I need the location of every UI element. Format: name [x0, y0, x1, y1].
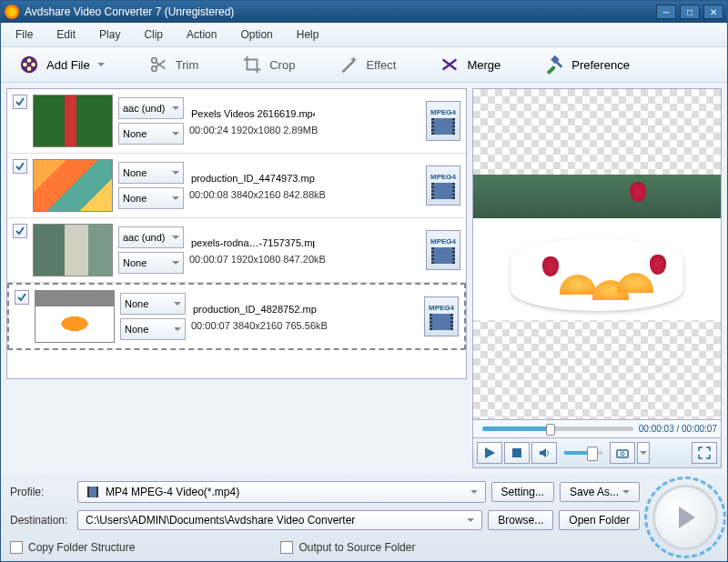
merge-arrows-icon: [440, 55, 460, 75]
timeline: 00:00:03 / 00:00:07: [472, 420, 722, 438]
file-info: 00:00:08 3840x2160 842.88kB: [189, 171, 420, 200]
file-thumbnail: [33, 95, 113, 147]
menu-file[interactable]: File: [12, 26, 36, 43]
subtitle-dropdown[interactable]: None: [118, 123, 184, 145]
time-total: 00:00:07: [682, 424, 717, 434]
file-item[interactable]: None None 00:00:07 3840x2160 765.56kB MP…: [7, 283, 466, 350]
stop-button[interactable]: [504, 442, 530, 464]
file-controls: None None: [120, 293, 186, 340]
file-checkbox[interactable]: [15, 290, 29, 305]
preference-button[interactable]: Preference: [544, 55, 630, 75]
titlebar: Avdshare Video Converter 7 (Unregistered…: [1, 1, 727, 23]
preview-area[interactable]: [472, 88, 722, 420]
menu-option[interactable]: Option: [237, 26, 276, 43]
player-controls: [472, 438, 722, 468]
bottom-panel: Profile: MP4 MPEG-4 Video(*.mp4) Setting…: [1, 474, 727, 561]
window-title: Avdshare Video Converter 7 (Unregistered…: [25, 5, 656, 18]
save-as-button[interactable]: Save As...: [560, 482, 640, 502]
audio-track-dropdown[interactable]: None: [118, 162, 184, 184]
subtitle-dropdown[interactable]: None: [118, 187, 184, 209]
fullscreen-button[interactable]: [692, 442, 717, 464]
copy-folder-checkbox[interactable]: Copy Folder Structure: [10, 541, 135, 554]
checkbox-row: Copy Folder Structure Output to Source F…: [10, 537, 640, 554]
chevron-down-icon: [174, 302, 181, 306]
file-name-input[interactable]: [189, 236, 317, 250]
volume-slider[interactable]: [564, 451, 602, 455]
file-name-input[interactable]: [189, 106, 317, 121]
file-list[interactable]: aac (und) None 00:00:24 1920x1080 2.89MB…: [6, 88, 467, 379]
film-icon: [86, 485, 100, 499]
app-window: Avdshare Video Converter 7 (Unregistered…: [0, 0, 728, 562]
browse-button[interactable]: Browse...: [488, 510, 553, 530]
snapshot-dropdown[interactable]: [637, 442, 650, 464]
add-file-label: Add File: [46, 58, 90, 72]
scissors-icon: [148, 55, 168, 75]
destination-row: Destination: C:\Users\ADMIN\Documents\Av…: [10, 510, 640, 530]
menu-edit[interactable]: Edit: [53, 26, 79, 43]
menu-action[interactable]: Action: [183, 26, 220, 43]
svg-point-2: [31, 63, 35, 67]
file-name-input[interactable]: [191, 302, 318, 316]
convert-button[interactable]: [652, 485, 718, 550]
file-item[interactable]: aac (und) None 00:00:07 1920x1080 847.20…: [7, 218, 466, 283]
file-checkbox[interactable]: [13, 95, 27, 109]
destination-field[interactable]: C:\Users\ADMIN\Documents\Avdshare Video …: [77, 510, 482, 530]
seek-bar[interactable]: [482, 427, 633, 431]
file-checkbox[interactable]: [13, 159, 27, 174]
destination-label: Destination:: [10, 514, 72, 527]
open-folder-button[interactable]: Open Folder: [559, 510, 640, 530]
file-name-input[interactable]: [189, 171, 317, 186]
file-controls: None None: [118, 162, 184, 209]
setting-button[interactable]: Setting...: [491, 482, 554, 502]
file-meta: 00:00:07 3840x2160 765.56kB: [191, 320, 419, 331]
snapshot-button[interactable]: [610, 442, 635, 464]
trim-button[interactable]: Trim: [148, 55, 199, 75]
file-info: 00:00:24 1920x1080 2.89MB: [189, 106, 420, 135]
svg-rect-7: [512, 448, 521, 457]
effect-button[interactable]: Effect: [339, 55, 396, 75]
svg-rect-12: [96, 487, 98, 497]
profile-dropdown[interactable]: MP4 MPEG-4 Video(*.mp4): [77, 481, 486, 503]
chevron-down-icon: [467, 518, 474, 522]
subtitle-dropdown[interactable]: None: [120, 318, 186, 340]
file-item[interactable]: aac (und) None 00:00:24 1920x1080 2.89MB…: [7, 89, 466, 154]
play-button[interactable]: [477, 442, 502, 464]
menu-clip[interactable]: Clip: [140, 26, 167, 43]
file-info: 00:00:07 1920x1080 847.20kB: [189, 236, 420, 265]
toolbar: Add File Trim Crop Effect Merge Preferen…: [1, 47, 727, 83]
file-thumbnail: [35, 290, 115, 343]
file-controls: aac (und) None: [118, 226, 184, 274]
format-badge: MPEG4: [426, 101, 460, 141]
main-area: aac (und) None 00:00:24 1920x1080 2.89MB…: [1, 83, 727, 474]
volume-button[interactable]: [531, 442, 557, 464]
output-source-checkbox[interactable]: Output to Source Folder: [280, 541, 415, 554]
audio-track-dropdown[interactable]: aac (und): [118, 97, 184, 119]
chevron-down-icon: [172, 196, 179, 200]
menu-help[interactable]: Help: [293, 26, 323, 43]
chevron-down-icon: [640, 451, 647, 455]
preference-label: Preference: [571, 58, 630, 72]
svg-point-9: [621, 452, 624, 456]
chevron-down-icon: [470, 490, 478, 494]
subtitle-dropdown[interactable]: None: [118, 252, 184, 274]
file-item[interactable]: None None 00:00:08 3840x2160 842.88kB MP…: [7, 154, 466, 218]
wrench-screwdriver-icon: [544, 55, 564, 75]
crop-button[interactable]: Crop: [242, 55, 295, 75]
merge-button[interactable]: Merge: [440, 55, 500, 75]
menu-play[interactable]: Play: [96, 26, 124, 43]
file-thumbnail: [33, 224, 113, 276]
file-checkbox[interactable]: [13, 224, 27, 238]
format-badge: MPEG4: [426, 166, 460, 206]
audio-track-dropdown[interactable]: None: [120, 293, 186, 315]
chevron-down-icon: [622, 490, 630, 494]
file-meta: 00:00:08 3840x2160 842.88kB: [189, 189, 420, 200]
trim-label: Trim: [176, 58, 199, 72]
chevron-down-icon: [174, 327, 181, 331]
add-file-button[interactable]: Add File: [19, 55, 105, 75]
file-meta: 00:00:07 1920x1080 847.20kB: [189, 254, 420, 265]
effect-label: Effect: [366, 58, 396, 72]
maximize-button[interactable]: □: [680, 5, 700, 19]
close-button[interactable]: ✕: [703, 5, 723, 19]
audio-track-dropdown[interactable]: aac (und): [118, 226, 184, 248]
minimize-button[interactable]: ─: [656, 5, 676, 19]
